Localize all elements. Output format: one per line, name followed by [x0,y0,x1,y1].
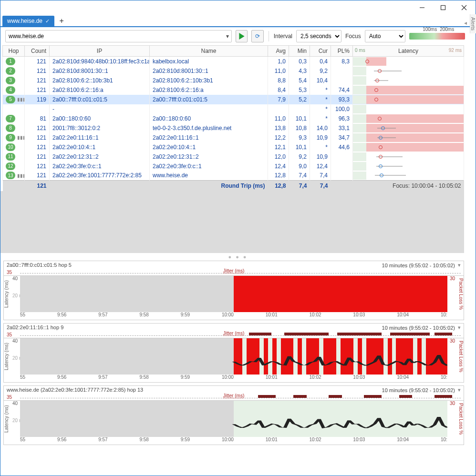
hop-badge: 9 [6,134,15,142]
timeline-chart[interactable]: www.heise.de (2a02:2e0:3fe:1001:7777:772… [3,385,464,445]
tab-ok-icon: ✓ [45,18,50,24]
svg-rect-1 [441,6,445,10]
svg-marker-4 [239,33,244,40]
table-row[interactable]: 5▮▮▮1192a00::7fff:0:c01:c01:52a00::7fff:… [3,95,464,104]
interval-select[interactable]: 2,5 seconds [296,30,341,42]
latency-gauge: 100ms 200ms [409,33,465,40]
chart-range: 10 minutes (9:55:02 - 10:05:02) [382,263,455,268]
plot-area[interactable]: Latency (ms)Packet Loss %4020 ms30559:56… [4,401,464,445]
close-button[interactable] [454,1,475,14]
chart-menu-icon[interactable]: ▾ [458,387,461,393]
hop-badge: 12 [6,162,15,170]
chart-title: www.heise.de (2a02:2e0:3fe:1001:7777:772… [7,387,143,393]
start-button[interactable] [236,30,248,42]
latency-cell [353,114,464,123]
hop-badge: 7 [6,115,15,122]
latency-cell [353,171,464,181]
hop-badge: 4 [6,86,15,94]
bars-icon: ▮▮▮ [17,97,25,102]
tab-heise[interactable]: www.heise.de✓ [2,16,54,26]
table-row[interactable]: 13▮▮▮1212a02:2e0:3fe:1001:7777:772e:2:85… [3,171,464,181]
table-row[interactable]: 121212a02:2e0:3fe:0:c::12a02:2e0:3fe:0:c… [3,162,464,171]
latency-cell [353,66,464,76]
plot-area[interactable]: Latency (ms)Packet Loss %4020 ms30559:56… [4,338,464,382]
interval-label: Interval [274,33,292,40]
alerts-panel-toggle[interactable]: Alerts [470,14,476,33]
focus-label: Focus [345,33,361,40]
col-cur[interactable]: Cur [310,46,331,57]
hop-badge: 3 [6,77,15,84]
hop-badge: 8 [6,124,15,132]
latency-cell [353,133,464,142]
toolbar: ▾ ⟳ Interval 2,5 seconds Focus Auto 100m… [0,27,476,45]
jitter-strip: 35Jitter (ms) [4,394,464,401]
table-row[interactable]: 9▮▮▮1212a02:2e0:11:16::12a02:2e0:11:16::… [3,133,464,142]
col-pl[interactable]: PL% [331,46,353,57]
latency-cell [353,152,464,162]
summary-focus: Focus: 10:00:04 - 10:05:02 [353,181,464,192]
plot-area[interactable]: Latency (ms)Packet Loss %4020 ms30559:56… [4,276,464,320]
timeline-chart[interactable]: 2a02:2e0:11:16::1 hop 910 minutes (9:55:… [3,323,464,383]
minimize-button[interactable] [412,1,433,14]
table-row[interactable]: 41212a02:8100:6:2::16:a2a02:8100:6:2::16… [3,85,464,95]
latency-cell [353,76,464,85]
summary-count: 121 [25,181,50,192]
col-avg[interactable]: Avg [268,46,289,57]
latency-cell [353,104,464,114]
hops-table: Hop Count IP Name Avg Min Cur PL% 0 msLa… [2,45,464,191]
hop-badge: 2 [6,67,15,75]
tab-scroll-left-icon[interactable]: ◂ [464,20,467,26]
latency-cell [353,95,464,104]
hop-badge: 13 [6,172,15,179]
col-min[interactable]: Min [289,46,310,57]
hop-badge: 1 [6,58,15,65]
gauge-hi: 200ms [440,27,454,32]
separator [269,31,269,41]
table-header-row[interactable]: Hop Count IP Name Avg Min Cur PL% 0 msLa… [3,46,464,57]
latency-cell [353,123,464,133]
col-name[interactable]: Name [150,46,268,57]
latency-cell [353,142,464,152]
latency-cell [353,162,464,171]
jitter-strip: 35Jitter (ms) [4,332,464,338]
table-row[interactable]: 31212a02:8100:6:2::10b:3b12a02:8100:6:2:… [3,76,464,85]
host-input[interactable] [5,30,232,42]
table-row[interactable]: 11212a02:810d:9840:48b0:10:18ff:fec3:c1a… [3,57,464,66]
summary-row: 121 Round Trip (ms) 12,8 7,4 7,4 Focus: … [3,181,464,192]
hop-badge: 11 [6,153,15,161]
table-row[interactable]: 101212a02:2e0:10:4::12a02:2e0:10:4::112,… [3,142,464,152]
table-row[interactable]: 81212001:7f8::3012:0:2te0-0-2-3.c350.f.d… [3,123,464,133]
jitter-strip: 35Jitter (ms) [4,269,464,276]
latency-cell [353,85,464,95]
bars-icon: ▮▮▮ [17,173,25,178]
focus-select[interactable]: Auto [365,30,405,42]
empty-space [0,191,464,253]
chart-menu-icon[interactable]: ▾ [458,324,461,331]
col-latency[interactable]: 0 msLatency92 ms [353,46,464,57]
col-ip[interactable]: IP [50,46,150,57]
col-hop[interactable]: Hop [3,46,25,57]
gauge-lo: 100ms [423,27,437,32]
summary-label: Round Trip (ms) [150,181,268,192]
maximize-button[interactable] [433,1,454,14]
col-count[interactable]: Count [25,46,50,57]
reset-button[interactable]: ⟳ [251,30,263,42]
bars-icon: ▮▮▮ [17,135,25,140]
tab-bar: www.heise.de✓ + ◂▸ [0,15,476,27]
chart-title: 2a00::7fff:0:c01:c01:5 hop 5 [7,262,72,268]
timeline-chart[interactable]: 2a00::7fff:0:c01:c01:5 hop 510 minutes (… [3,261,464,320]
latency-cell [353,57,464,66]
table-row[interactable]: 111212a02:2e0:12:31::22a02:2e0:12:31::21… [3,152,464,162]
new-tab-button[interactable]: + [56,16,67,26]
splitter-handle[interactable]: ● ● ● [0,253,476,261]
table-row[interactable]: 21212a02:810d:8001:30::12a02:810d:8001:3… [3,66,464,76]
chart-menu-icon[interactable]: ▾ [458,262,461,268]
chart-title: 2a02:2e0:11:16::1 hop 9 [7,324,63,331]
chart-range: 10 minutes (9:55:02 - 10:05:02) [382,387,455,393]
tab-label: www.heise.de [7,18,42,24]
hop-badge: 5 [6,96,15,103]
chart-range: 10 minutes (9:55:02 - 10:05:02) [382,325,455,331]
table-row[interactable]: -*100,0 [3,104,464,114]
window-titlebar [0,0,476,15]
table-row[interactable]: 7812a00::180:0:602a00::180:0:6011,010,1*… [3,114,464,123]
